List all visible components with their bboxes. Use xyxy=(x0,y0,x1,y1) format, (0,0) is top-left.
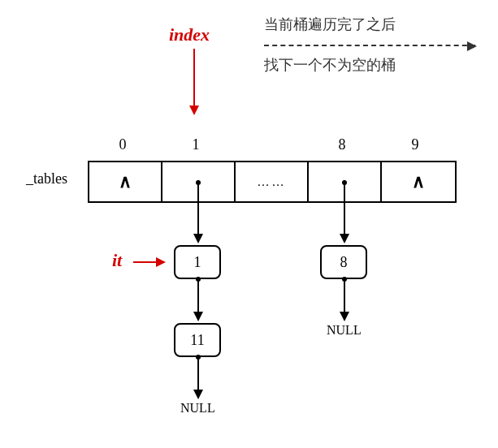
null-8: NULL xyxy=(327,323,362,338)
label-it: it xyxy=(112,250,122,271)
empty-symbol: ∧ xyxy=(412,171,425,192)
note-line-2: 找下一个不为空的桶 xyxy=(264,55,396,75)
node-1: 1 xyxy=(174,245,221,279)
arrow-it-right xyxy=(133,261,164,263)
note-line-1: 当前桶遍历完了之后 xyxy=(264,15,396,34)
table-row: ∧ …… ∧ xyxy=(88,161,457,203)
cell-index-1: 1 xyxy=(159,136,232,153)
node-11: 11 xyxy=(174,323,221,357)
cell-index-9: 9 xyxy=(379,136,452,153)
dashed-arrow xyxy=(264,45,475,46)
cell-ellipsis: …… xyxy=(236,162,309,201)
cell-9: ∧ xyxy=(382,162,455,201)
cell-0: ∧ xyxy=(89,162,162,201)
null-1: NULL xyxy=(180,401,215,416)
diagram-root: 当前桶遍历完了之后 找下一个不为空的桶 index _tables 0 1 8 … xyxy=(0,0,498,448)
label-tables: _tables xyxy=(26,170,67,187)
cell-index-8: 8 xyxy=(305,136,379,153)
ellipsis-text: …… xyxy=(257,174,286,189)
empty-symbol: ∧ xyxy=(119,171,132,192)
node-8: 8 xyxy=(320,245,367,279)
cell-index-0: 0 xyxy=(86,136,159,153)
arrow-index-down xyxy=(193,49,195,114)
label-index: index xyxy=(169,24,210,45)
